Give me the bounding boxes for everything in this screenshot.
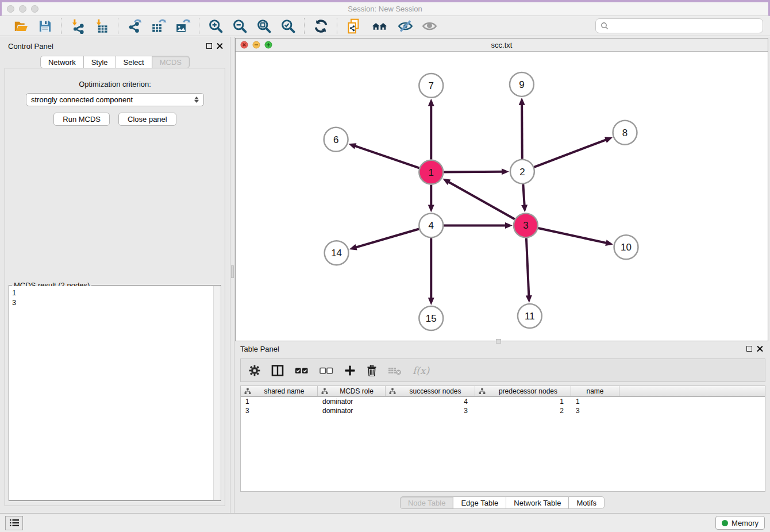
panel-splitter-vertical[interactable] [230,37,234,513]
graph-node-6[interactable]: 6 [324,128,348,152]
import-table-icon[interactable] [93,17,110,34]
column-header-predecessor-nodes[interactable]: predecessor nodes [475,386,571,396]
zoom-in-icon[interactable] [207,17,224,34]
zoom-fit-icon[interactable] [255,17,272,34]
graph-node-label: 9 [519,79,524,90]
graph-node-3[interactable]: 3 [514,213,538,237]
graph-edge-3-1[interactable] [442,179,515,219]
cell-predecessor-nodes[interactable]: 2 [475,407,571,415]
mcds-result-text[interactable]: 1 3 [10,286,213,500]
cell-mcds-role[interactable]: dominator [318,407,386,415]
close-panel-button[interactable]: Close panel [118,113,176,126]
tab-edge-table[interactable]: Edge Table [453,496,506,509]
cell-predecessor-nodes[interactable]: 1 [475,398,571,406]
graph-edge-1-7[interactable] [428,99,434,160]
close-panel-icon[interactable] [217,43,223,49]
import-network-icon[interactable] [69,17,86,34]
zoom-selected-icon[interactable] [279,17,297,34]
graph-node-10[interactable]: 10 [614,235,638,259]
add-row-icon[interactable] [344,365,356,376]
table-toolbar: f(x) [240,358,765,382]
tab-style[interactable]: Style [83,56,116,68]
delete-row-trash-icon[interactable] [367,365,377,376]
clone-network-icon[interactable] [345,17,362,34]
graph-edge-3-10[interactable] [538,228,613,246]
open-session-icon[interactable] [12,17,29,34]
column-type-icon [321,388,328,395]
status-bar: Memory [0,513,770,532]
graph-edge-3-11[interactable] [526,238,532,303]
graph-node-11[interactable]: 11 [518,304,542,328]
tab-mcds[interactable]: MCDS [152,56,190,68]
table-row[interactable]: 1 dominator 4 1 1 [241,397,765,406]
search-field[interactable] [595,18,763,33]
float-panel-icon[interactable] [746,346,752,352]
cell-name[interactable]: 1 [571,398,619,406]
graph-node-1[interactable]: 1 [419,160,443,184]
memory-button[interactable]: Memory [715,516,765,530]
column-header-shared-name[interactable]: shared name [241,386,318,396]
apply-layout-icon[interactable] [312,17,329,34]
splitter-handle[interactable] [231,265,234,278]
tab-motifs[interactable]: Motifs [568,496,605,509]
show-panels-eye-icon[interactable] [421,17,438,34]
table-row[interactable]: 3 dominator 3 2 3 [241,406,765,415]
graph-node-14[interactable]: 14 [325,241,349,265]
graph-node-label: 1 [429,167,434,178]
export-table-icon[interactable] [150,17,167,34]
cell-successor-nodes[interactable]: 3 [386,407,475,415]
show-column-icon[interactable] [271,365,284,376]
graph-node-4[interactable]: 4 [419,213,443,237]
window-title: Session: New Session [2,5,768,13]
graph-node-2[interactable]: 2 [510,160,534,184]
graph-node-15[interactable]: 15 [419,306,443,330]
tab-node-table[interactable]: Node Table [400,496,454,509]
hide-panels-eye-icon[interactable] [396,17,414,34]
cell-shared-name[interactable]: 3 [241,407,318,415]
graph-node-7[interactable]: 7 [419,74,443,98]
cell-mcds-role[interactable]: dominator [318,398,386,406]
cell-name[interactable]: 3 [571,407,619,415]
network-graph[interactable]: 7968124314101511 [236,52,768,341]
graph-edge-1-4[interactable] [428,185,434,213]
cell-successor-nodes[interactable]: 4 [386,398,475,406]
run-mcds-button[interactable]: Run MCDS [53,113,110,126]
task-history-button[interactable] [5,516,23,530]
save-session-icon[interactable] [36,17,53,34]
search-input[interactable] [612,22,758,30]
graph-node-label: 7 [429,80,434,91]
graph-edge-2-8[interactable] [534,137,613,167]
graph-edge-2-9[interactable] [519,98,525,159]
tab-network-table[interactable]: Network Table [506,496,569,509]
tab-network[interactable]: Network [40,56,84,68]
graph-node-9[interactable]: 9 [510,72,534,97]
home-pages-icon[interactable] [369,17,390,34]
mcds-result-box: MCDS result (2 nodes) 1 3 [9,285,221,501]
export-network-icon[interactable] [126,17,143,34]
column-header-name[interactable]: name [571,386,619,396]
unselect-all-icon[interactable] [319,367,333,375]
graph-edge-4-15[interactable] [428,238,434,305]
network-window-titlebar[interactable]: scc.txt [236,38,768,52]
result-scrollbar[interactable] [213,286,220,500]
network-canvas[interactable]: 7968124314101511 [236,52,768,341]
zoom-out-icon[interactable] [231,17,248,34]
tab-select[interactable]: Select [116,56,152,68]
graph-edge-2-3[interactable] [521,184,528,213]
column-header-mcds-role[interactable]: MCDS role [318,386,386,396]
graph-node-8[interactable]: 8 [613,121,637,145]
settings-gear-icon[interactable] [249,365,260,376]
float-panel-icon[interactable] [206,43,212,49]
graph-edge-4-14[interactable] [349,229,419,250]
column-type-icon [389,388,396,395]
criterion-select[interactable]: strongly connected component [26,93,204,106]
graph-edge-1-6[interactable] [348,143,419,168]
cell-shared-name[interactable]: 1 [241,398,318,406]
export-image-icon[interactable] [174,17,191,34]
column-header-successor-nodes[interactable]: successor nodes [386,386,475,396]
graph-edge-4-3[interactable] [444,222,513,229]
select-all-icon[interactable] [295,367,309,375]
close-panel-icon[interactable] [757,346,763,352]
graph-node-label: 10 [621,242,632,253]
graph-edge-1-2[interactable] [444,168,509,175]
